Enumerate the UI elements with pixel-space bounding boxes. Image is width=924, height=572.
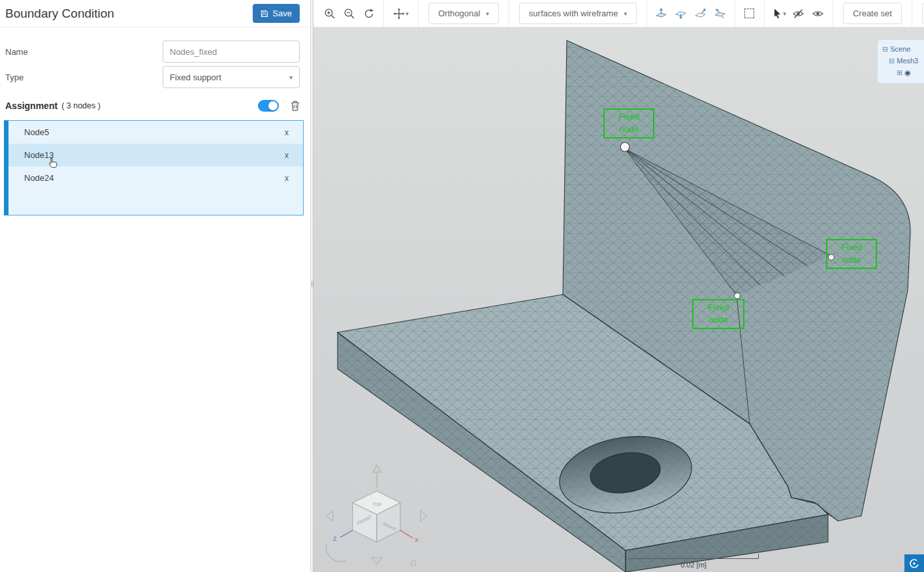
fixed-node-annotation: Fixed node <box>692 299 744 329</box>
clip-plane-x-icon[interactable] <box>673 5 690 22</box>
chevron-down-icon[interactable]: ▾ <box>783 10 786 17</box>
assignment-node-row[interactable]: Node5 x <box>8 121 303 144</box>
scene-tree-mesh[interactable]: ⊟Mesh3 <box>889 55 924 67</box>
type-label: Type <box>5 72 24 82</box>
z-axis <box>340 530 353 537</box>
fixed-node-marker[interactable] <box>620 142 629 151</box>
name-label: Name <box>5 47 28 57</box>
rotate-left-chevron[interactable] <box>327 511 333 521</box>
roll-arrow[interactable] <box>326 543 351 562</box>
type-select[interactable]: Fixed support ▾ <box>163 66 300 88</box>
render-mode-dropdown[interactable]: surfaces with wireframe ▾ <box>519 3 637 24</box>
assignment-count: ( 3 nodes ) <box>61 101 101 110</box>
rotate-right-chevron[interactable] <box>421 511 427 521</box>
app-root: Boundary Condition Save Name Type Fixed … <box>0 0 924 572</box>
app-logo-button[interactable] <box>904 554 924 572</box>
fixed-node-annotation: Fixed node <box>603 108 654 138</box>
scale-label: 0.02 [m] <box>628 561 759 569</box>
node-label: Node5 <box>24 127 49 137</box>
fixed-node-marker[interactable] <box>735 293 741 299</box>
scene-tree-root[interactable]: ⊟Scene <box>882 43 924 55</box>
projection-mode-label: Orthogonal <box>438 8 480 18</box>
x-axis-label: X <box>415 537 419 543</box>
save-button-label: Save <box>272 8 292 18</box>
name-input[interactable] <box>163 40 300 63</box>
viewport-pane: ▾ Orthogonal ▾ surfaces with wireframe ▾ <box>313 0 924 572</box>
remove-node-button[interactable]: x <box>285 128 289 137</box>
clip-plane-icon[interactable] <box>653 5 670 22</box>
cube-up-arrow[interactable] <box>373 465 381 488</box>
refresh-view-icon[interactable] <box>360 5 377 22</box>
chevron-down-icon: ▾ <box>624 10 627 17</box>
zoom-in-icon[interactable] <box>321 5 338 22</box>
hide-selection-icon[interactable] <box>790 5 807 22</box>
viewport-3d-canvas[interactable]: Fixed node Fixed node Fixed node ⊟Scene … <box>313 27 924 572</box>
x-axis <box>400 530 413 538</box>
viewport-toolbar: ▾ Orthogonal ▾ surfaces with wireframe ▾ <box>313 0 924 27</box>
logo-icon <box>908 558 920 569</box>
boundary-condition-panel: Boundary Condition Save Name Type Fixed … <box>0 0 310 572</box>
assignment-toggle[interactable] <box>258 100 279 112</box>
trash-icon <box>291 101 300 111</box>
rotate-down-chevron[interactable] <box>372 558 382 564</box>
collapse-icon[interactable]: ⊟ <box>882 45 888 53</box>
assignment-node-list: Node5 x Node13 x Node24 x <box>4 120 304 215</box>
node-label: Node24 <box>24 173 54 183</box>
node-label: Node13 <box>24 150 54 160</box>
navigation-cube[interactable]: TOP FRONT RIGHT X Z ⌂ <box>320 452 451 572</box>
scene-tree-mesh-controls[interactable]: ⊞◉ <box>897 67 924 78</box>
scene-tree: ⊟Scene ⊟Mesh3 ⊞◉ <box>877 39 924 84</box>
remove-node-button[interactable]: x <box>285 151 289 160</box>
assignment-node-row[interactable]: Node24 x <box>8 167 303 189</box>
show-all-icon[interactable] <box>810 5 827 22</box>
save-button[interactable]: Save <box>253 4 300 23</box>
toggle-knob <box>268 101 278 110</box>
chevron-down-icon: ▾ <box>486 10 489 17</box>
page-title: Boundary Condition <box>5 7 114 21</box>
pan-move-tool[interactable]: ▾ <box>390 5 412 22</box>
clip-plane-z-icon[interactable] <box>712 5 729 22</box>
create-set-button[interactable]: Create set <box>843 3 902 24</box>
fixed-node-annotation: Fixed node <box>826 239 877 269</box>
chevron-down-icon[interactable]: ▾ <box>406 10 409 17</box>
assignment-node-row[interactable]: Node13 x <box>8 144 303 167</box>
projection-mode-dropdown[interactable]: Orthogonal ▾ <box>428 3 499 24</box>
assignment-label: Assignment <box>5 101 57 111</box>
panel-header: Boundary Condition Save <box>0 0 310 27</box>
scale-bar <box>628 554 759 559</box>
render-mode-label: surfaces with wireframe <box>529 8 618 18</box>
expand-icon[interactable]: ⊞ <box>897 69 902 76</box>
collapse-icon[interactable]: ⊟ <box>889 57 895 65</box>
select-cursor-tool[interactable]: ▾ <box>771 5 788 22</box>
remove-node-button[interactable]: x <box>285 174 289 183</box>
home-icon[interactable]: ⌂ <box>410 556 417 568</box>
zoom-out-icon[interactable] <box>341 5 358 22</box>
box-select-icon[interactable] <box>741 5 758 22</box>
save-icon <box>261 10 268 18</box>
clip-plane-y-icon[interactable] <box>692 5 709 22</box>
type-select-value: Fixed support <box>170 72 221 82</box>
delete-assignment-button[interactable] <box>291 101 300 111</box>
chevron-down-icon: ▾ <box>289 74 293 81</box>
z-axis-label: Z <box>333 535 337 542</box>
visibility-icon[interactable]: ◉ <box>904 69 911 76</box>
create-set-label: Create set <box>853 8 892 18</box>
